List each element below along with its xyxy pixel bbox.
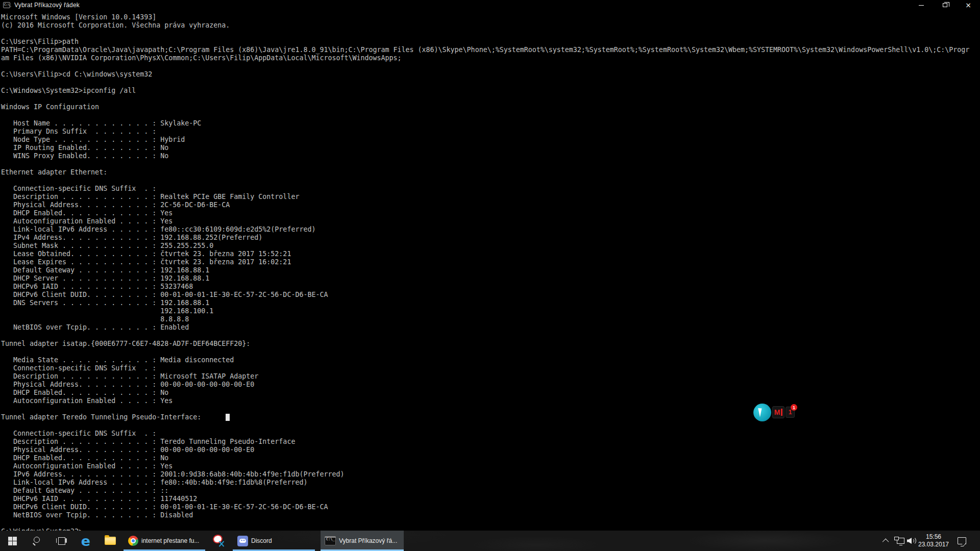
tray-date: 23.03.2017 [918, 541, 949, 548]
close-button[interactable]: × [957, 0, 980, 10]
terminal-cursor [226, 414, 230, 421]
terminal-line [1, 332, 980, 340]
terminal-output[interactable]: Microsoft Windows [Version 10.0.14393](c… [0, 10, 980, 531]
terminal-line: Autoconfiguration Enabled . . . . : Yes [1, 217, 980, 226]
minimize-button[interactable] [910, 0, 933, 10]
terminal-line: DHCP Server . . . . . . . . . . . : 192.… [1, 274, 980, 283]
restore-icon [943, 3, 947, 7]
terminal-line: WINS Proxy Enabled. . . . . . . . : No [1, 152, 980, 160]
terminal-line: Physical Address. . . . . . . . . : 00-0… [1, 446, 980, 454]
terminal-line: Microsoft Windows [Version 10.0.14393] [1, 13, 980, 21]
clock-tray-button[interactable]: 15:56 23.03.2017 [918, 531, 949, 551]
terminal-line: Node Type . . . . . . . . . . . . : Hybr… [1, 136, 980, 144]
terminal-line: Tunnel adapter Teredo Tunneling Pseudo-I… [1, 413, 980, 421]
tray-expand-button[interactable] [879, 531, 893, 551]
terminal-line: Description . . . . . . . . . . . : Micr… [1, 372, 980, 381]
terminal-line: C:\Users\Filip>path [1, 38, 980, 46]
terminal-line: Default Gateway . . . . . . . . . : 192.… [1, 266, 980, 274]
file-explorer-icon [105, 537, 116, 545]
taskbar: e internet přestane fu... Discord Vybrat… [0, 531, 980, 551]
search-icon [33, 537, 41, 545]
search-button[interactable] [24, 531, 49, 551]
terminal-line: Physical Address. . . . . . . . . : 2C-5… [1, 201, 980, 209]
task-view-button[interactable] [49, 531, 74, 551]
close-icon: × [965, 2, 971, 9]
task-view-icon [56, 537, 66, 544]
overlay-m-label: M [774, 408, 780, 416]
chrome-icon [128, 536, 138, 546]
terminal-line [1, 79, 980, 87]
window-title: Vybrat Příkazový řádek [14, 2, 80, 9]
network-icon [894, 537, 904, 545]
terminal-line [1, 177, 980, 185]
chrome-task-button[interactable]: internet přestane fu... [124, 531, 205, 551]
volume-icon [907, 537, 918, 545]
mouse-pointer-icon [758, 407, 764, 417]
terminal-line: DNS Servers . . . . . . . . . . . : 192.… [1, 299, 980, 307]
terminal-line: C:\Users\Filip>cd C:\windows\system32 [1, 70, 980, 79]
terminal-line: NetBIOS over Tcpip. . . . . . . . : Enab… [1, 323, 980, 332]
terminal-line: Connection-specific DNS Suffix . : [1, 364, 980, 372]
cursor-highlight-icon [753, 404, 771, 421]
overlay-counter-icon: 1 1 [786, 407, 795, 418]
minimize-icon [919, 5, 924, 6]
terminal-line: Autoconfiguration Enabled . . . . : Yes [1, 462, 980, 470]
terminal-line [1, 95, 980, 103]
terminal-line [1, 30, 980, 38]
terminal-line: IPv4 Address. . . . . . . . . . . : 192.… [1, 234, 980, 242]
start-button[interactable] [0, 531, 24, 551]
terminal-line: DHCP Enabled. . . . . . . . . . . : No [1, 454, 980, 462]
cmd-task-button[interactable]: Vybrat Příkazový řá... [321, 531, 404, 551]
cmd-icon [325, 536, 336, 545]
notification-badge: 1 [791, 404, 797, 411]
terminal-line: PATH=C:\ProgramData\Oracle\Java\javapath… [1, 46, 980, 54]
terminal-line: Connection-specific DNS Suffix . : [1, 430, 980, 438]
terminal-line: Media State . . . . . . . . . . . : Medi… [1, 356, 980, 364]
snipping-tool-button[interactable] [206, 531, 232, 551]
action-center-button[interactable] [950, 531, 973, 551]
terminal-line: C:\Windows\System32>ipconfig /all [1, 87, 980, 95]
terminal-line: DHCPv6 IAID . . . . . . . . . . . : 5323… [1, 283, 980, 291]
terminal-line [1, 160, 980, 168]
terminal-line: DHCPv6 IAID . . . . . . . . . . . : 1174… [1, 495, 980, 503]
terminal-line: 8.8.8.8 [1, 315, 980, 323]
discord-icon [237, 536, 248, 546]
terminal-line: Ethernet adapter Ethernet: [1, 168, 980, 177]
overlay-m-icon: M [772, 406, 785, 418]
window-titlebar: Vybrat Příkazový řádek × [0, 0, 980, 10]
terminal-line: (c) 2016 Microsoft Corporation. Všechna … [1, 21, 980, 30]
terminal-line: Link-local IPv6 Address . . . . . : fe80… [1, 226, 980, 234]
terminal-line: Windows IP Configuration [1, 103, 980, 111]
terminal-line: Lease Obtained. . . . . . . . . . : čtvr… [1, 250, 980, 258]
network-tray-button[interactable] [892, 531, 906, 551]
terminal-line [1, 421, 980, 430]
chrome-task-label: internet přestane fu... [141, 537, 199, 544]
terminal-line: Physical Address. . . . . . . . . : 00-0… [1, 381, 980, 389]
terminal-line [1, 111, 980, 119]
terminal-line [1, 519, 980, 528]
screen-overlay-widget: M 1 1 [753, 402, 795, 422]
terminal-line: Default Gateway . . . . . . . . . : :: [1, 487, 980, 495]
terminal-line: DHCPv6 Client DUID. . . . . . . . : 00-0… [1, 291, 980, 299]
discord-task-button[interactable]: Discord [233, 531, 315, 551]
snipping-tool-icon [213, 535, 225, 547]
restore-button[interactable] [933, 0, 957, 10]
terminal-line: Primary Dns Suffix . . . . . . . : [1, 128, 980, 136]
terminal-line: IPv6 Address. . . . . . . . . . . : 2001… [1, 470, 980, 479]
terminal-line: Host Name . . . . . . . . . . . . : Skyl… [1, 119, 980, 128]
terminal-line: am Files (x86)\NVIDIA Corporation\PhysX\… [1, 54, 980, 62]
terminal-line: Link-local IPv6 Address . . . . . : fe80… [1, 479, 980, 487]
edge-icon: e [81, 534, 90, 548]
terminal-line [1, 405, 980, 413]
terminal-line: Autoconfiguration Enabled . . . . : Yes [1, 397, 980, 405]
terminal-line: Description . . . . . . . . . . . : Tere… [1, 438, 980, 446]
terminal-line: Lease Expires . . . . . . . . . . : čtvr… [1, 258, 980, 266]
terminal-line: Tunnel adapter isatap.{000E6777-C6E7-482… [1, 340, 980, 348]
terminal-line: DHCPv6 Client DUID. . . . . . . . : 00-0… [1, 503, 980, 511]
terminal-line: Subnet Mask . . . . . . . . . . . : 255.… [1, 242, 980, 250]
windows-logo-icon [8, 537, 17, 545]
file-explorer-button[interactable] [98, 531, 122, 551]
terminal-line: IP Routing Enabled. . . . . . . . : No [1, 144, 980, 152]
discord-task-label: Discord [251, 537, 272, 544]
edge-button[interactable]: e [74, 531, 98, 551]
